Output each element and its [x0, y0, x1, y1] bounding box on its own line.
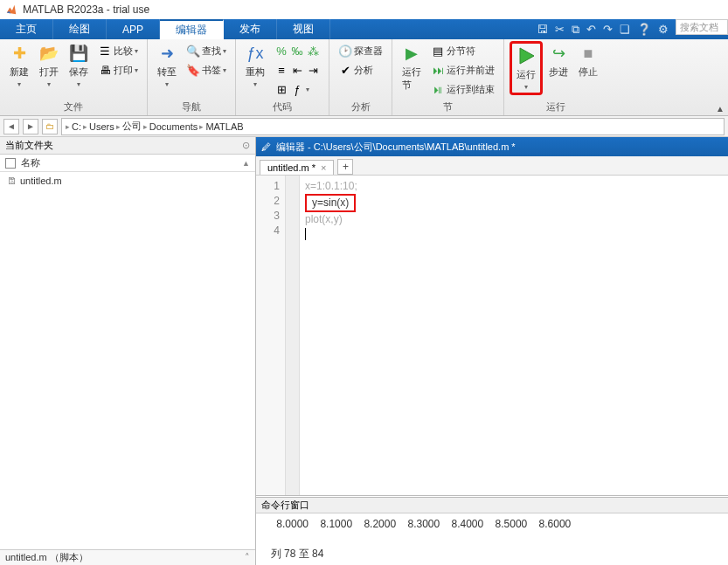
- command-window-header: 命令行窗口: [256, 498, 728, 513]
- step-icon: ↪: [548, 43, 569, 64]
- bookmark-button[interactable]: 🔖书签▾: [183, 60, 230, 79]
- step-button[interactable]: ↪步进: [544, 41, 572, 80]
- tab-plots[interactable]: 绘图: [53, 19, 107, 39]
- list-item[interactable]: 🖺 untitled.m: [3, 174, 252, 188]
- editor-tab[interactable]: untitled.m * ×: [260, 160, 334, 175]
- print-button[interactable]: 🖶打印▾: [94, 60, 142, 79]
- window-title: MATLAB R2023a - trial use: [23, 3, 149, 16]
- runadvance-icon: ⏭: [431, 63, 445, 77]
- forward-button[interactable]: ►: [23, 119, 38, 134]
- toolstrip-tabs: 主页 绘图 APP 编辑器 发布 视图 🖫 ✂ ⧉ ↶ ↷ ❏ ❔ ⚙ 搜索文档: [0, 19, 728, 39]
- highlighted-line: y=sin(x): [305, 194, 356, 212]
- copy-icon[interactable]: ⧉: [572, 23, 579, 37]
- editor-logo-icon: 🖉: [261, 141, 271, 152]
- prefs-icon[interactable]: ⚙: [658, 23, 669, 36]
- stop-button[interactable]: ■停止: [574, 41, 602, 80]
- file-type-icon: [5, 158, 16, 169]
- indent-icon: ≡: [274, 63, 288, 77]
- run-to-end-button[interactable]: ⏯运行到结束: [427, 79, 498, 99]
- comment-button[interactable]: %‰⁂: [271, 41, 323, 60]
- ribbon-group-file: ✚新建▾ 📂打开▾ 💾保存▾ ☰比较▾ 🖶打印▾ 文件: [0, 39, 148, 115]
- command-window-body[interactable]: 8.0000 8.1000 8.2000 8.3000 8.4000 8.500…: [256, 513, 728, 565]
- open-button[interactable]: 📂打开▾: [35, 41, 63, 90]
- section-break-button[interactable]: ▤分节符: [427, 41, 498, 60]
- text-cursor: [305, 228, 309, 240]
- window-titlebar: MATLAB R2023a - trial use: [0, 0, 728, 19]
- add-tab-button[interactable]: +: [337, 159, 353, 175]
- editor-titlebar: 🖉 编辑器 - C:\Users\公司\Documents\MATLAB\unt…: [256, 137, 728, 156]
- ribbon-group-run: 运行▾ ↪步进 ■停止 运行: [504, 39, 607, 115]
- main-split: 当前文件夹 ⊙ 名称 ▲ 🖺 untitled.m untitled.m （脚本…: [0, 137, 728, 565]
- fx-icon: ƒ: [290, 82, 304, 96]
- run-button[interactable]: 运行▾: [510, 41, 543, 95]
- find-icon: 🔍: [186, 44, 200, 58]
- tab-home[interactable]: 主页: [0, 19, 53, 39]
- refactor-button[interactable]: ƒx重构▾: [241, 41, 269, 90]
- analyze-button[interactable]: ✔分析: [335, 60, 386, 79]
- indent2-icon: ⇥: [306, 63, 320, 77]
- analyze-icon: ✔: [338, 63, 352, 77]
- mfile-icon: 🖺: [7, 176, 17, 186]
- cut-icon[interactable]: ✂: [555, 23, 565, 36]
- compare-icon: ☰: [98, 44, 112, 58]
- help-icon[interactable]: ❔: [637, 23, 651, 36]
- command-window: 命令行窗口 8.0000 8.1000 8.2000 8.3000 8.4000…: [256, 495, 728, 565]
- save-icon: 💾: [68, 43, 89, 64]
- column-header[interactable]: 名称 ▲: [0, 155, 255, 172]
- doc-search[interactable]: 搜索文档: [676, 19, 728, 35]
- line-gutter: 1234: [256, 176, 300, 495]
- ribbon-collapse-icon[interactable]: ▲: [716, 104, 725, 114]
- close-icon[interactable]: ×: [321, 162, 326, 173]
- tab-view[interactable]: 视图: [277, 19, 330, 39]
- ribbon-group-analyze: 🕑探查器 ✔分析 分析: [329, 39, 392, 115]
- run-icon: [516, 45, 537, 66]
- save-icon[interactable]: 🖫: [537, 23, 548, 36]
- save-button[interactable]: 💾保存▾: [65, 41, 93, 90]
- profiler-button[interactable]: 🕑探查器: [335, 41, 386, 60]
- panel-menu-icon[interactable]: ⊙: [242, 140, 250, 151]
- editor-area: 🖉 编辑器 - C:\Users\公司\Documents\MATLAB\unt…: [256, 137, 728, 565]
- breadcrumb[interactable]: ▸C: ▸Users ▸公司 ▸Documents ▸MATLAB: [61, 118, 725, 135]
- compare-button[interactable]: ☰比较▾: [94, 41, 142, 60]
- goto-button[interactable]: ➜转至▾: [153, 41, 181, 90]
- new-button[interactable]: ✚新建▾: [5, 41, 33, 90]
- redo-icon[interactable]: ↷: [603, 23, 613, 36]
- sectionbreak-icon: ▤: [431, 44, 445, 58]
- percent-icon: %: [274, 44, 288, 58]
- tab-editor[interactable]: 编辑器: [160, 19, 224, 39]
- back-button[interactable]: ◄: [3, 119, 19, 134]
- tab-apps[interactable]: APP: [107, 19, 160, 39]
- run-section-button[interactable]: ▶运行 节: [398, 41, 426, 93]
- ribbon-group-code: ƒx重构▾ %‰⁂ ≡⇤⇥ ⊞ƒ▾ 代码: [236, 39, 329, 115]
- runend-icon: ⏯: [431, 82, 445, 96]
- matlab-logo-icon: [5, 3, 17, 16]
- undo-icon[interactable]: ↶: [586, 23, 596, 36]
- indent-button[interactable]: ≡⇤⇥: [271, 60, 323, 79]
- current-folder-panel: 当前文件夹 ⊙ 名称 ▲ 🖺 untitled.m untitled.m （脚本…: [0, 137, 256, 565]
- quick-access: 🖫 ✂ ⧉ ↶ ↷ ❏ ❔ ⚙: [530, 19, 676, 39]
- fold-icon: ⊞: [274, 82, 288, 96]
- sort-icon[interactable]: ▲: [242, 159, 250, 168]
- code-editor[interactable]: 1234 x=1:0.1:10; y=sin(x) plot(x,y): [256, 176, 728, 495]
- percent2-icon: ‰: [290, 44, 304, 58]
- ribbon-group-section: ▶运行 节 ▤分节符 ⏭运行并前进 ⏯运行到结束 节: [392, 39, 504, 115]
- switch-windows-icon[interactable]: ❏: [620, 23, 630, 36]
- file-list: 🖺 untitled.m: [0, 172, 255, 549]
- stop-icon: ■: [578, 43, 599, 64]
- goto-icon: ➜: [156, 43, 177, 64]
- ribbon-group-nav: ➜转至▾ 🔍查找▾ 🔖书签▾ 导航: [148, 39, 236, 115]
- find-button[interactable]: 🔍查找▾: [183, 41, 230, 60]
- address-bar: ◄ ► 🗀 ▸C: ▸Users ▸公司 ▸Documents ▸MATLAB: [0, 116, 728, 137]
- fold-button[interactable]: ⊞ƒ▾: [271, 79, 323, 99]
- code-body[interactable]: x=1:0.1:10; y=sin(x) plot(x,y): [300, 176, 728, 495]
- chevron-up-icon[interactable]: ˄: [245, 552, 250, 563]
- runsection-icon: ▶: [401, 43, 422, 64]
- new-icon: ✚: [9, 43, 30, 64]
- editor-tabbar: untitled.m * × +: [256, 156, 728, 176]
- refactor-icon: ƒx: [245, 43, 266, 64]
- up-button[interactable]: 🗀: [42, 119, 58, 134]
- current-folder-header: 当前文件夹 ⊙: [0, 137, 255, 155]
- outdent-icon: ⇤: [290, 63, 304, 77]
- tab-publish[interactable]: 发布: [224, 19, 277, 39]
- run-advance-button[interactable]: ⏭运行并前进: [427, 60, 498, 79]
